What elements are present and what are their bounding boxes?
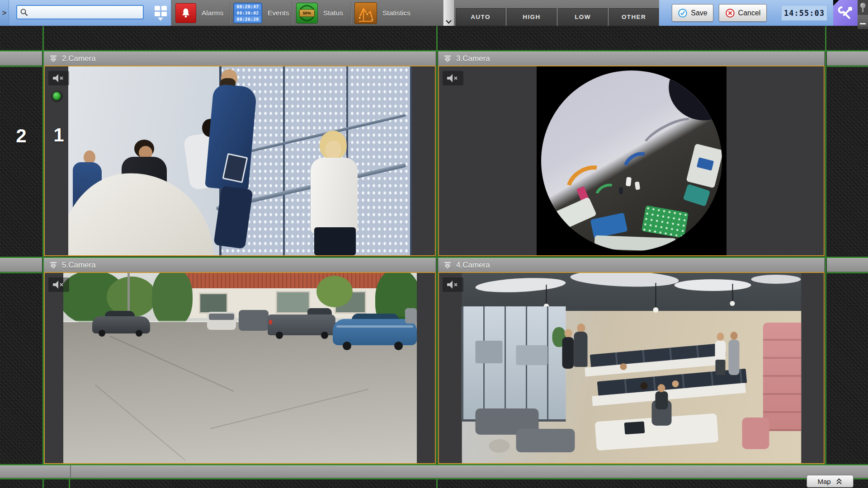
layout-grid-button[interactable] [150,3,171,23]
audio-muted-icon[interactable] [48,277,69,292]
scene-wheel [99,330,105,337]
camera-menu-icon[interactable] [49,55,57,62]
empty-cell-header[interactable] [827,52,868,66]
tab-other[interactable]: OTHER [609,8,659,26]
pin-icon[interactable] [858,1,868,15]
map-button[interactable]: Map [807,475,854,488]
double-chevron-up-icon [835,478,843,485]
scene-wheel [136,330,142,337]
events-label: Events [268,9,289,17]
scene-person [314,227,356,255]
toolbar-scrollbar[interactable] [443,0,454,26]
scene-booth [590,213,627,239]
grid-line [0,66,42,67]
cancel-button[interactable]: Cancel [719,4,767,22]
main-toolbar: > Alarms [0,0,868,26]
events-button[interactable]: 08:28:47 08:30:02 09:26:29 Events [233,0,289,26]
camera-tile-3: 3.Camera [438,52,825,256]
scene-person [625,177,631,186]
toolbar-separator [230,2,231,24]
scene-windows [462,306,566,422]
camera-tile-header[interactable]: 5.Camera [44,258,436,272]
scene-person [325,141,341,159]
tab-high[interactable]: HIGH [507,8,557,26]
camera-menu-icon[interactable] [443,262,452,268]
scene-taillight [269,320,272,324]
scene-tree [152,273,193,327]
camera-title: 3.Camera [456,54,490,63]
camera-video-area[interactable] [44,272,436,464]
scene-car [209,314,234,320]
scene-person [619,187,623,194]
search-icon [20,8,28,16]
camera-tile-header[interactable]: 4.Camera [438,258,825,272]
empty-cell-header[interactable] [0,52,42,66]
search-box[interactable] [16,5,144,19]
scene-roof [169,273,389,288]
corner-notch [833,0,839,6]
camera-video-area[interactable]: 1 [44,66,436,256]
empty-cell-header[interactable] [0,258,42,272]
audio-muted-icon[interactable] [48,71,69,85]
camera-menu-icon[interactable] [49,262,57,268]
wrench-icon [838,5,853,21]
scene-lamp [730,301,735,306]
camera-tile-header[interactable]: 3.Camera [438,52,825,66]
tab-auto[interactable]: AUTO [456,8,505,26]
save-button[interactable]: Save [672,4,713,22]
minimize-dash-icon [860,23,866,24]
scene-window [276,291,310,314]
scene-person [657,384,665,392]
camera-video-scene [63,273,417,463]
statistics-button[interactable]: Statistics [354,0,410,26]
scene-person [715,341,726,361]
dock-strip [858,0,868,29]
layout-grid-icon [155,6,167,16]
scene-booth [641,205,689,239]
audio-muted-icon[interactable] [443,277,463,292]
save-label: Save [691,9,707,17]
chevron-down-icon [158,18,163,21]
scene-person [634,181,640,190]
cell-divider [70,465,71,478]
status-label: Status [323,9,343,17]
scene-laptop [624,421,645,434]
scene-booth [594,235,676,251]
collapse-panel-button[interactable]: > [0,0,9,26]
scene-person [640,382,647,389]
scene-person [728,340,739,375]
dock-collapse-handle[interactable] [858,15,868,27]
camera-menu-icon[interactable] [443,55,452,62]
camera-title: 2.Camera [62,54,96,63]
scene-lamp [732,284,733,302]
tab-low[interactable]: LOW [558,8,608,26]
audio-muted-icon[interactable] [443,71,463,85]
scene-tree [316,276,353,307]
alarms-button[interactable]: Alarms [175,0,223,26]
scene-lamp [546,285,547,305]
alarm-bell-icon [175,3,196,23]
scene-lamp [655,283,656,308]
scene-car [405,308,417,324]
camera-video-scene [537,66,726,255]
scene-wheel [276,332,283,339]
tools-panel-button[interactable] [833,0,858,26]
camera-video-area[interactable] [438,66,825,256]
cell-number: 2 [0,125,42,147]
camera-tile-header[interactable]: 2.Camera [44,52,436,66]
camera-tile-4: 4.Camera [438,258,825,464]
scene-person [577,324,585,333]
scene-person [655,391,668,409]
scene-person [717,333,724,341]
statistics-chart-icon [354,2,377,24]
grid-line [827,66,868,67]
camera-video-area[interactable] [438,272,825,464]
status-button[interactable]: 50% Status [296,0,343,26]
scene-wheel [394,342,403,350]
scene-logo [618,146,660,188]
search-input[interactable] [31,8,140,17]
statistics-label: Statistics [382,9,410,17]
empty-cell-header[interactable] [827,258,868,272]
clock-display: 14:55:03 [781,5,827,21]
empty-cell-header[interactable] [0,465,868,478]
